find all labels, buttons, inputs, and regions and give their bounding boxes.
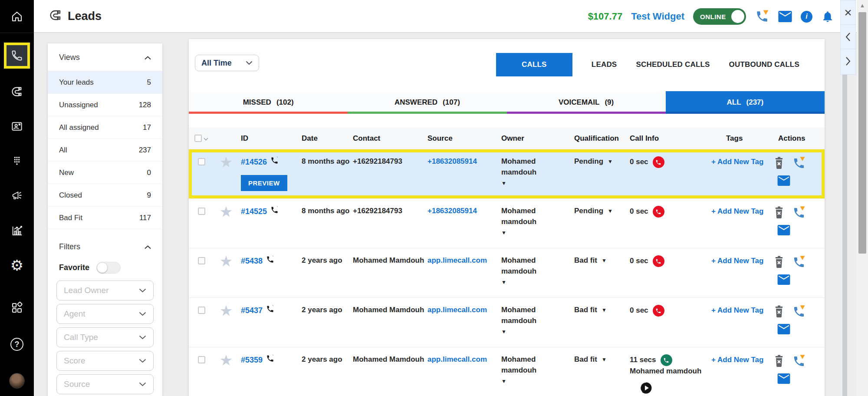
star-icon[interactable]: ★ xyxy=(220,205,232,219)
sidebar-item-help[interactable]: ? xyxy=(0,333,34,356)
row-checkbox[interactable] xyxy=(198,307,205,314)
sidebar-item-analytics[interactable] xyxy=(0,219,34,242)
sidebar-item-settings[interactable]: ⚙ xyxy=(0,254,34,277)
main-tab[interactable]: LEADS xyxy=(592,60,617,69)
filters-header[interactable]: Filters xyxy=(48,233,162,260)
owner-dropdown-caret[interactable]: ▼ xyxy=(501,180,506,186)
filter-dropdown[interactable]: Source xyxy=(56,374,154,394)
source-link[interactable]: app.limecall.com xyxy=(427,306,487,314)
online-toggle[interactable]: ONLINE xyxy=(693,8,746,25)
owner-dropdown-caret[interactable]: ▼ xyxy=(501,329,506,335)
view-list-item[interactable]: Unassigned 128 xyxy=(48,94,162,116)
email-envelope-icon[interactable] xyxy=(777,377,790,386)
source-link[interactable]: +18632085914 xyxy=(427,207,477,215)
close-icon[interactable]: × xyxy=(840,0,856,25)
lead-id-link[interactable]: #14525 xyxy=(241,206,267,217)
view-list-item[interactable]: Bad Fit 117 xyxy=(48,207,162,229)
main-tab[interactable]: OUTBOUND CALLS xyxy=(729,60,799,69)
email-envelope-icon[interactable] xyxy=(777,278,790,287)
star-icon[interactable]: ★ xyxy=(220,155,232,169)
filter-dropdown[interactable]: Agent xyxy=(56,304,154,324)
row-checkbox[interactable] xyxy=(198,158,205,165)
chevron-down-icon[interactable] xyxy=(204,134,208,143)
email-envelope-icon[interactable] xyxy=(777,328,790,336)
lead-id-link[interactable]: #14526 xyxy=(241,156,267,168)
test-widget-link[interactable]: Test Widget xyxy=(631,11,684,22)
call-back-phone-icon[interactable] xyxy=(792,354,806,372)
call-phone-icon[interactable] xyxy=(755,9,769,24)
filter-dropdown[interactable]: Call Type xyxy=(56,327,154,347)
call-status-subtab[interactable]: MISSED (102) xyxy=(189,91,348,114)
view-list-item[interactable]: All assigned 17 xyxy=(48,116,162,139)
sidebar-item-profile[interactable] xyxy=(0,369,34,393)
outer-scrollbar-thumb[interactable] xyxy=(858,12,866,254)
call-status-subtab[interactable]: ALL (237) xyxy=(666,91,825,114)
delete-trash-icon[interactable] xyxy=(773,354,785,371)
star-icon[interactable]: ★ xyxy=(220,353,232,367)
views-header[interactable]: Views xyxy=(48,43,162,71)
qualification-dropdown[interactable]: Bad fit ▼ xyxy=(574,305,627,316)
source-link[interactable]: app.limecall.com xyxy=(427,355,487,363)
star-icon[interactable]: ★ xyxy=(220,304,232,318)
sidebar-item-contacts[interactable] xyxy=(0,115,34,138)
sidebar-item-campaigns[interactable] xyxy=(0,184,34,208)
lead-id-link[interactable]: #5437 xyxy=(241,305,263,316)
view-list-item[interactable]: Your leads 5 xyxy=(48,71,162,94)
call-status-subtab[interactable]: VOICEMAIL (9) xyxy=(507,91,666,114)
notifications-bell-icon[interactable] xyxy=(821,10,834,23)
chevron-right-icon[interactable] xyxy=(840,49,856,73)
qualification-dropdown[interactable]: Bad fit ▼ xyxy=(574,354,627,365)
sidebar-item-home[interactable] xyxy=(0,0,34,33)
delete-trash-icon[interactable] xyxy=(773,206,785,222)
info-icon[interactable]: i xyxy=(801,11,812,23)
time-filter-select[interactable]: All Time xyxy=(195,55,259,71)
qualification-dropdown[interactable]: Bad fit ▼ xyxy=(574,255,627,266)
row-checkbox[interactable] xyxy=(198,257,205,264)
delete-trash-icon[interactable] xyxy=(773,305,785,321)
scroll-up-arrow[interactable]: ▲ xyxy=(857,0,868,10)
qualification-dropdown[interactable]: Pending ▼ xyxy=(574,156,627,167)
filter-dropdown[interactable]: Score xyxy=(56,351,154,371)
view-list-item[interactable]: Closed 9 xyxy=(48,184,162,207)
owner-dropdown-caret[interactable]: ▼ xyxy=(501,279,506,285)
add-tag-link[interactable]: + Add New Tag xyxy=(711,158,763,166)
select-all-checkbox[interactable] xyxy=(194,135,202,142)
star-icon[interactable]: ★ xyxy=(220,254,232,268)
filter-dropdown[interactable]: Lead Owner xyxy=(56,280,154,300)
sidebar-item-leads[interactable] xyxy=(0,80,34,103)
sidebar-item-apps[interactable] xyxy=(0,296,34,320)
lead-id-link[interactable]: #5359 xyxy=(241,354,263,366)
email-envelope-icon[interactable] xyxy=(777,229,790,237)
outer-scrollbar[interactable]: ▲ xyxy=(857,0,868,396)
view-list-item[interactable]: All 237 xyxy=(48,139,162,162)
call-back-phone-icon[interactable] xyxy=(792,206,806,223)
sidebar-item-dialpad[interactable] xyxy=(0,149,34,173)
call-status-subtab[interactable]: ANSWERED (107) xyxy=(348,91,506,114)
messages-envelope-icon[interactable] xyxy=(778,11,792,22)
add-tag-link[interactable]: + Add New Tag xyxy=(711,257,763,265)
play-recording-button[interactable] xyxy=(639,381,709,396)
add-tag-link[interactable]: + Add New Tag xyxy=(711,207,763,215)
add-tag-link[interactable]: + Add New Tag xyxy=(711,306,763,314)
row-checkbox[interactable] xyxy=(198,208,205,215)
email-envelope-icon[interactable] xyxy=(777,179,790,188)
favorite-toggle[interactable] xyxy=(96,262,121,274)
add-tag-link[interactable]: + Add New Tag xyxy=(711,356,763,364)
inner-scrollbar-thumb[interactable] xyxy=(842,49,847,396)
delete-trash-icon[interactable] xyxy=(773,156,785,173)
delete-trash-icon[interactable] xyxy=(773,255,785,272)
chevron-left-icon[interactable] xyxy=(840,25,856,49)
owner-dropdown-caret[interactable]: ▼ xyxy=(501,378,506,384)
call-back-phone-icon[interactable] xyxy=(792,255,806,273)
preview-button[interactable]: PREVIEW xyxy=(241,175,287,191)
source-link[interactable]: +18632085914 xyxy=(427,157,477,165)
row-checkbox[interactable] xyxy=(198,356,205,363)
source-link[interactable]: app.limecall.com xyxy=(427,256,487,264)
main-tab[interactable]: CALLS xyxy=(496,53,572,76)
call-back-phone-icon[interactable] xyxy=(792,305,806,322)
view-list-item[interactable]: New 0 xyxy=(48,162,162,184)
qualification-dropdown[interactable]: Pending ▼ xyxy=(574,206,627,217)
call-back-phone-icon[interactable] xyxy=(792,156,806,174)
lead-id-link[interactable]: #5438 xyxy=(241,255,263,267)
sidebar-item-calls-active[interactable] xyxy=(4,43,30,69)
